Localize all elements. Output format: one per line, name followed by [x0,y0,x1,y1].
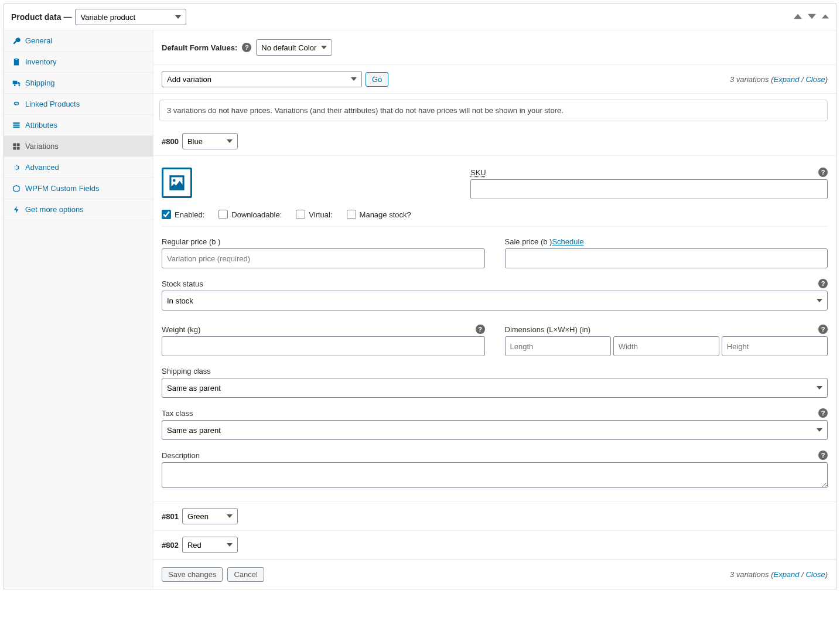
downloadable-checkbox-label[interactable]: Downloadable: [218,210,282,219]
product-data-metabox: Product data — Variable product General [4,4,836,589]
variations-count: 3 variations (Expand / Close) [730,75,828,84]
virtual-checkbox[interactable] [296,210,305,219]
sku-label: SKU [470,168,486,177]
toggle-metabox-icon[interactable] [822,13,829,22]
expand-link[interactable]: Expand [773,75,799,84]
variation-802-header[interactable]: #802 Red [153,531,836,559]
tab-variations[interactable]: Variations [4,136,153,157]
variation-800-body: SKU ? Enabled: Downloadable: [153,156,836,501]
move-down-icon[interactable] [808,12,816,22]
manage-stock-checkbox-label[interactable]: Manage stock? [347,210,411,219]
help-icon[interactable]: ? [818,168,828,177]
help-icon[interactable]: ? [818,325,828,334]
schedule-link[interactable]: Schedule [552,237,583,246]
grid-icon [12,142,21,151]
tab-more-options[interactable]: Get more options [4,199,153,220]
cancel-button[interactable]: Cancel [227,567,264,582]
variation-id: #800 [162,137,179,146]
variation-801-header[interactable]: #801 Green [153,501,836,531]
enabled-checkbox-label[interactable]: Enabled: [162,210,204,219]
tab-inventory[interactable]: Inventory [4,52,153,73]
expand-link-footer[interactable]: Expand [773,570,799,579]
close-link-footer[interactable]: Close [805,570,825,579]
stock-status-label: Stock status [162,279,203,288]
move-up-icon[interactable] [794,12,802,22]
default-form-values-label: Default Form Values: [162,43,237,52]
variation-800-header[interactable]: #800 Blue [153,127,836,156]
height-input[interactable] [722,336,828,356]
link-icon [12,100,21,108]
list-icon [12,121,21,129]
gear-icon [12,163,21,172]
help-icon[interactable]: ? [818,451,828,460]
go-button[interactable]: Go [366,72,388,87]
variations-panel: Default Form Values: ? No default Color…… [153,30,836,589]
bolt-icon [12,206,21,214]
sku-input[interactable] [470,179,828,199]
variation-action-select[interactable]: Add variation [162,71,362,87]
clipboard-icon [12,58,21,66]
variation-800-color-select[interactable]: Blue [182,133,238,149]
virtual-checkbox-label[interactable]: Virtual: [296,210,332,219]
variation-image-upload[interactable] [162,168,192,198]
stock-status-select[interactable]: In stock [162,291,828,311]
length-input[interactable] [505,336,611,356]
variation-id: #801 [162,512,179,521]
dimensions-label: Dimensions (L×W×H) (in) [505,325,591,334]
wrench-icon [12,37,21,45]
product-type-select[interactable]: Variable product [75,9,186,25]
variation-id: #802 [162,541,179,550]
help-icon[interactable]: ? [818,279,828,288]
width-input[interactable] [613,336,719,356]
help-icon[interactable]: ? [818,408,828,418]
regular-price-label: Regular price (b ) [162,237,485,246]
description-label: Description [162,451,200,460]
default-color-select[interactable]: No default Color… [256,39,332,56]
regular-price-input[interactable] [162,248,485,268]
shipping-class-select[interactable]: Same as parent [162,378,828,398]
tab-linked[interactable]: Linked Products [4,94,153,115]
downloadable-checkbox[interactable] [218,210,228,219]
weight-input[interactable] [162,336,485,356]
tab-wpfm[interactable]: WPFM Custom Fields [4,178,153,199]
manage-stock-checkbox[interactable] [347,210,356,219]
truck-icon [12,79,21,87]
help-icon[interactable]: ? [476,325,485,334]
weight-label: Weight (kg) [162,325,200,334]
price-warning-notice: 3 variations do not have prices. Variati… [159,100,828,121]
enabled-checkbox[interactable] [162,210,171,219]
metabox-header: Product data — Variable product [4,4,836,30]
sale-price-label: Sale price (b ) [505,237,552,246]
metabox-title: Product data — [11,12,71,22]
tab-advanced[interactable]: Advanced [4,157,153,178]
tax-class-label: Tax class [162,409,193,418]
product-tabs: General Inventory Shipping Linked Produc… [4,30,153,589]
tab-general[interactable]: General [4,30,153,52]
shipping-class-label: Shipping class [162,367,828,376]
sale-price-input[interactable] [505,248,828,268]
description-textarea[interactable] [162,462,828,488]
save-changes-button[interactable]: Save changes [162,567,223,582]
cube-icon [12,185,21,193]
variation-802-color-select[interactable]: Red [182,537,238,553]
tax-class-select[interactable]: Same as parent [162,420,828,440]
help-icon[interactable]: ? [242,43,251,52]
close-link[interactable]: Close [805,75,825,84]
variation-801-color-select[interactable]: Green [182,508,238,524]
variations-count-footer: 3 variations (Expand / Close) [730,570,828,579]
tab-shipping[interactable]: Shipping [4,73,153,94]
tab-attributes[interactable]: Attributes [4,115,153,136]
